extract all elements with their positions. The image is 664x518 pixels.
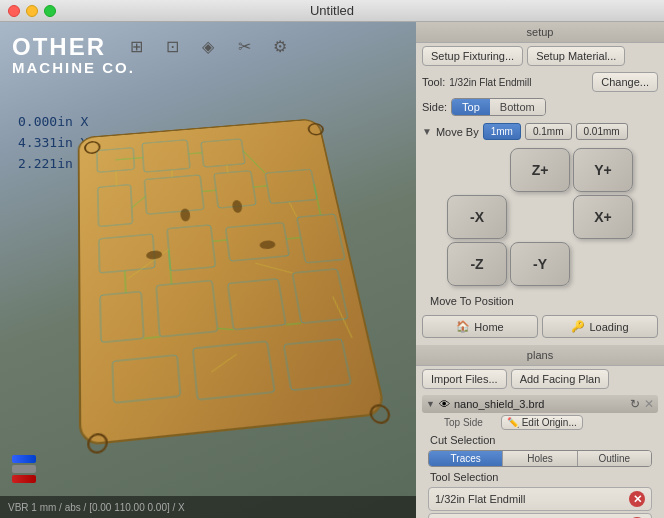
setup-material-button[interactable]: Setup Material... [527, 46, 625, 66]
titlebar: Untitled [0, 0, 664, 22]
close-button[interactable] [8, 5, 20, 17]
jog-grid: Z+ Y+ -X X+ -Z -Y [416, 144, 664, 290]
cut-selection-group: Traces Holes Outline [428, 450, 652, 467]
jog-xplus-button[interactable]: X+ [573, 195, 633, 239]
jog-yminus-button[interactable]: -Y [510, 242, 570, 286]
cut-traces-button[interactable]: Traces [429, 451, 502, 466]
jog-zplus-button[interactable]: Z+ [510, 148, 570, 192]
close-icon[interactable]: ✕ [644, 397, 654, 411]
setup-fixturing-button[interactable]: Setup Fixturing... [422, 46, 523, 66]
move-by-row: ▼ Move By 1mm 0.1mm 0.01mm [416, 119, 664, 144]
side-toggle: Top Bottom [451, 98, 546, 116]
refresh-icon[interactable]: ↻ [630, 397, 640, 411]
maximize-button[interactable] [44, 5, 56, 17]
file-name: nano_shield_3.brd [454, 398, 626, 410]
move-by-label: Move By [436, 126, 479, 138]
tool-remove-1-button[interactable]: ✕ [629, 491, 645, 507]
loading-button[interactable]: 🔑 Loading [542, 315, 658, 338]
right-panel: setup Setup Fixturing... Setup Material.… [416, 22, 664, 518]
jog-yplus-button[interactable]: Y+ [573, 148, 633, 192]
loading-icon: 🔑 [571, 320, 585, 333]
setup-buttons-row: Setup Fixturing... Setup Material... [416, 43, 664, 69]
side-label: Side: [422, 101, 447, 113]
edit-origin-button[interactable]: ✏️ Edit Origin... [501, 415, 583, 430]
home-button[interactable]: 🏠 Home [422, 315, 538, 338]
side-row: Side: Top Bottom [416, 95, 664, 119]
jog-xminus-button[interactable]: -X [447, 195, 507, 239]
viewport-toolbar: ⊞ ⊡ ◈ ✂ ⚙ [124, 34, 292, 58]
cut-selection-label: Cut Selection [422, 432, 658, 448]
cut-outline-button[interactable]: Outline [577, 451, 651, 466]
add-facing-plan-button[interactable]: Add Facing Plan [511, 369, 610, 389]
edit-icon: ✏️ [507, 417, 519, 428]
side-bottom-button[interactable]: Bottom [490, 99, 545, 115]
svg-line-34 [172, 170, 173, 177]
home-icon: 🏠 [456, 320, 470, 333]
tool-row: Tool: 1/32in Flat Endmill Change... [416, 69, 664, 95]
plans-section-header: plans [416, 345, 664, 366]
axis-indicator [12, 455, 36, 483]
cut-holes-button[interactable]: Holes [502, 451, 576, 466]
tool-item-2: 1/64in Flat Endmill ✕ [428, 513, 652, 518]
scissors-icon[interactable]: ✂ [232, 34, 256, 58]
move-01mm-button[interactable]: 0.1mm [525, 123, 572, 140]
minimize-button[interactable] [26, 5, 38, 17]
loading-label: Loading [589, 321, 628, 333]
gear-icon[interactable]: ⚙ [268, 34, 292, 58]
change-tool-button[interactable]: Change... [592, 72, 658, 92]
cube-icon[interactable]: ◈ [196, 34, 220, 58]
move-to-position-label: Move To Position [422, 293, 522, 309]
traffic-lights [8, 5, 56, 17]
move-001mm-button[interactable]: 0.01mm [576, 123, 628, 140]
move-to-position-label-row: Move To Position [416, 290, 664, 312]
file-header[interactable]: ▼ 👁 nano_shield_3.brd ↻ ✕ [422, 395, 658, 413]
move-1mm-button[interactable]: 1mm [483, 123, 521, 140]
window-title: Untitled [310, 3, 354, 18]
home-label: Home [474, 321, 503, 333]
file-side: Top Side [430, 415, 497, 430]
tool-label: Tool: [422, 76, 445, 88]
status-text: VBR 1 mm / abs / [0.00 110.00 0.00] / X [8, 502, 185, 513]
file-section: ▼ 👁 nano_shield_3.brd ↻ ✕ Top Side ✏️ Ed… [416, 392, 664, 518]
import-files-button[interactable]: Import Files... [422, 369, 507, 389]
pcb-visualization [70, 77, 370, 447]
svg-line-33 [116, 171, 117, 186]
screen-icon[interactable]: ⊡ [160, 34, 184, 58]
status-bar: VBR 1 mm / abs / [0.00 110.00 0.00] / X [0, 496, 416, 518]
bookmark-icon[interactable]: ⊞ [124, 34, 148, 58]
main-content: OTHER MACHINE CO. ⊞ ⊡ ◈ ✂ ⚙ 0.000in X 4.… [0, 22, 664, 518]
plans-buttons-row: Import Files... Add Facing Plan [416, 366, 664, 392]
tool-selection-label: Tool Selection [422, 469, 658, 485]
tool-item-1: 1/32in Flat Endmill ✕ [428, 487, 652, 511]
side-top-button[interactable]: Top [452, 99, 490, 115]
home-loading-row: 🏠 Home 🔑 Loading [416, 312, 664, 341]
viewport[interactable]: OTHER MACHINE CO. ⊞ ⊡ ◈ ✂ ⚙ 0.000in X 4.… [0, 22, 416, 518]
setup-section-header: setup [416, 22, 664, 43]
tool-item-1-name: 1/32in Flat Endmill [435, 493, 629, 505]
jog-zminus-button[interactable]: -Z [447, 242, 507, 286]
tool-value: 1/32in Flat Endmill [449, 77, 588, 88]
logo: OTHER MACHINE CO. [12, 34, 135, 77]
